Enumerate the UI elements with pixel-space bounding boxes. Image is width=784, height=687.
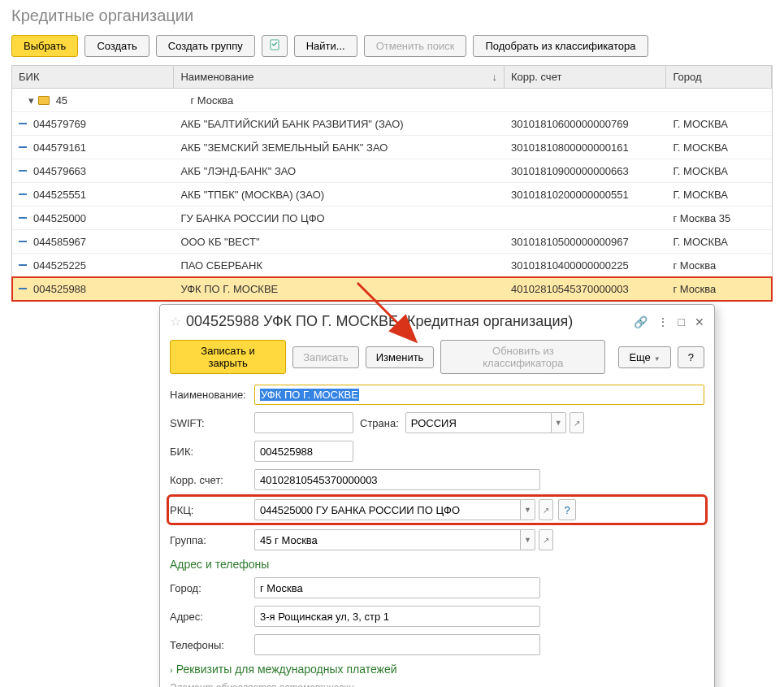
swift-input[interactable] — [254, 412, 353, 433]
cancel-search-button: Отменить поиск — [364, 35, 467, 57]
row-bik: 044585967 — [33, 236, 86, 248]
row-bik: 004525988 — [33, 283, 86, 295]
table-row[interactable]: 044579769АКБ "БАЛТИЙСКИЙ БАНК РАЗВИТИЯ" … — [12, 112, 772, 136]
country-input[interactable] — [405, 412, 552, 433]
tree-collapse-icon[interactable]: ▾ — [28, 94, 37, 107]
row-bik: 044579769 — [33, 118, 86, 130]
row-korr — [505, 215, 666, 221]
label-city: Город: — [170, 582, 254, 594]
table-row[interactable]: 044579161АКБ "ЗЕМСКИЙ ЗЕМЕЛЬНЫЙ БАНК" ЗА… — [12, 136, 772, 159]
tel-input[interactable] — [254, 634, 540, 655]
item-mark-icon — [19, 241, 27, 242]
label-rkc: РКЦ: — [170, 504, 254, 516]
group-dropdown-icon[interactable]: ▼ — [521, 529, 535, 550]
row-name: ПАО СБЕРБАНК — [174, 256, 505, 275]
modal-toolbar: Записать и закрыть Записать Изменить Обн… — [160, 335, 714, 384]
bank-form: Наименование: УФК ПО Г. МОСКВЕ SWIFT: Ст… — [160, 384, 714, 687]
expander-label: Реквизиты для международных платежей — [176, 663, 397, 676]
edit-button[interactable]: Изменить — [366, 346, 435, 368]
row-bik: 044525551 — [33, 189, 86, 201]
row-city: г Москва — [666, 280, 772, 298]
row-name: УФК ПО Г. МОСКВЕ — [174, 280, 505, 298]
item-mark-icon — [19, 264, 27, 266]
kebab-icon[interactable]: ⋮ — [657, 315, 669, 328]
refresh-icon — [269, 39, 280, 50]
table-row[interactable]: 044525225ПАО СБЕРБАНК3010181040000000022… — [12, 254, 772, 277]
refresh-icon-button[interactable] — [262, 35, 288, 57]
row-name: АКБ "БАЛТИЙСКИЙ БАНК РАЗВИТИЯ" (ЗАО) — [174, 115, 505, 133]
label-tel: Телефоны: — [170, 639, 254, 651]
main-toolbar: Выбрать Создать Создать группу Найти... … — [0, 32, 784, 65]
section-address-title: Адрес и телефоны — [170, 558, 704, 571]
row-name: ГУ БАНКА РОССИИ ПО ЦФО — [174, 209, 505, 228]
footer-note: Элемент обновляется автоматически. — [170, 682, 704, 687]
find-button[interactable]: Найти... — [294, 35, 357, 57]
link-icon[interactable]: 🔗 — [634, 315, 648, 328]
row-korr: 40102810545370000003 — [505, 280, 666, 298]
modal-title: 004525988 УФК ПО Г. МОСКВЕ (Кредитная ор… — [186, 313, 634, 330]
label-country: Страна: — [360, 417, 399, 429]
label-korr: Корр. счет: — [170, 474, 254, 486]
table-row[interactable]: 044579663АКБ "ЛЭНД-БАНК" ЗАО301018109000… — [12, 159, 772, 183]
row-city: Г. МОСКВА — [666, 233, 772, 251]
row-city: г Москва — [666, 256, 772, 275]
create-group-button[interactable]: Создать группу — [156, 35, 255, 57]
item-mark-icon — [19, 170, 27, 172]
column-name[interactable]: Наименование↓ — [174, 66, 505, 88]
chevron-right-icon: › — [170, 665, 173, 675]
row-korr: 30101810800000000161 — [505, 138, 666, 157]
row-bik: 044579663 — [33, 165, 86, 177]
rkc-open-icon[interactable]: ↗ — [539, 499, 553, 520]
korr-input[interactable] — [254, 469, 540, 490]
addr-input[interactable] — [254, 606, 540, 627]
row-name: АКБ "ЗЕМСКИЙ ЗЕМЕЛЬНЫЙ БАНК" ЗАО — [174, 138, 505, 157]
row-bik: 044579161 — [33, 141, 86, 154]
item-mark-icon — [19, 288, 27, 289]
save-and-close-button[interactable]: Записать и закрыть — [170, 340, 286, 374]
select-button[interactable]: Выбрать — [11, 35, 78, 57]
row-city: Г. МОСКВА — [666, 138, 772, 157]
row-city: Г. МОСКВА — [666, 162, 772, 180]
chevron-down-icon: ▼ — [654, 355, 661, 363]
label-name: Наименование: — [170, 389, 254, 401]
rkc-help-button[interactable]: ? — [558, 499, 576, 520]
column-bik[interactable]: БИК — [12, 66, 174, 88]
maximize-icon[interactable]: □ — [678, 315, 685, 328]
item-mark-icon — [19, 123, 27, 124]
favorite-star-icon[interactable]: ☆ — [170, 314, 181, 329]
create-button[interactable]: Создать — [84, 35, 149, 57]
name-input[interactable]: УФК ПО Г. МОСКВЕ — [256, 386, 703, 403]
item-mark-icon — [19, 217, 27, 219]
bik-input[interactable] — [254, 441, 353, 462]
rkc-input[interactable] — [254, 499, 521, 520]
column-korr[interactable]: Корр. счет — [505, 66, 666, 88]
table-row[interactable]: 044525551АКБ "ТПБК" (МОСКВА) (ЗАО)301018… — [12, 183, 772, 207]
intl-payments-expander[interactable]: ›Реквизиты для международных платежей — [170, 663, 704, 676]
group-open-icon[interactable]: ↗ — [539, 529, 553, 550]
row-bik: 044525225 — [33, 259, 86, 272]
country-open-icon[interactable]: ↗ — [570, 412, 584, 433]
modal-titlebar: ☆ 004525988 УФК ПО Г. МОСКВЕ (Кредитная … — [160, 305, 714, 335]
group-row[interactable]: ▾ 45 г Москва — [12, 89, 772, 112]
pick-from-classifier-button[interactable]: Подобрать из классификатора — [473, 35, 648, 57]
page-title: Кредитные организации — [0, 0, 784, 32]
row-city: г Москва 35 — [666, 209, 772, 228]
table-header: БИК Наименование↓ Корр. счет Город — [12, 66, 772, 89]
refresh-from-classifier-button: Обновить из классификатора — [440, 340, 605, 374]
country-dropdown-icon[interactable]: ▼ — [552, 412, 566, 433]
help-button[interactable]: ? — [678, 346, 704, 368]
name-input-wrap: УФК ПО Г. МОСКВЕ — [254, 385, 704, 405]
column-city[interactable]: Город — [666, 66, 772, 88]
table-row[interactable]: 004525988УФК ПО Г. МОСКВЕ401028105453700… — [12, 277, 772, 301]
close-icon[interactable]: ✕ — [695, 315, 704, 328]
label-group: Группа: — [170, 534, 254, 546]
city-input[interactable] — [254, 577, 540, 598]
more-label: Еще — [629, 351, 650, 363]
folder-icon — [38, 96, 50, 105]
more-button[interactable]: Еще▼ — [618, 346, 670, 368]
rkc-dropdown-icon[interactable]: ▼ — [521, 499, 535, 520]
group-input[interactable] — [254, 529, 521, 550]
table-row[interactable]: 044525000ГУ БАНКА РОССИИ ПО ЦФОг Москва … — [12, 207, 772, 230]
table-row[interactable]: 044585967ООО КБ "ВЕСТ"301018105000000009… — [12, 230, 772, 254]
label-swift: SWIFT: — [170, 417, 254, 429]
